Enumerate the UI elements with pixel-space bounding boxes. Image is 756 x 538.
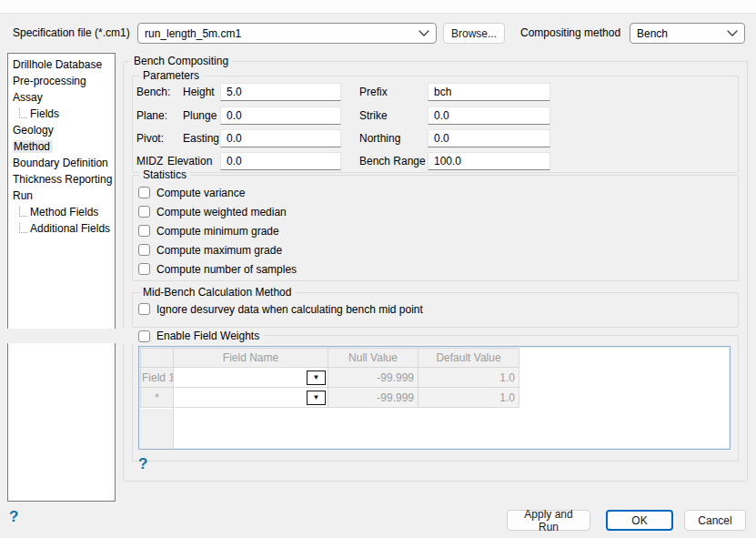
grid-col-field-name: Field Name — [174, 349, 328, 368]
compositing-method-label: Compositing method — [520, 26, 620, 40]
field-name-cell: ▼ — [174, 368, 328, 388]
grid-corner-cell — [141, 349, 174, 368]
checkbox-label[interactable]: Enable Field Weights — [156, 330, 259, 342]
midz-elevation-input[interactable] — [220, 152, 341, 170]
compute-number-of-samples-checkbox[interactable] — [138, 263, 150, 275]
sidebar-item-label: Additional Fields — [30, 222, 110, 235]
ignore-desurvey-checkbox[interactable] — [138, 303, 150, 315]
compositing-method-value: Bench — [637, 27, 668, 40]
grid-col-default-value: Default Value — [418, 349, 519, 368]
spec-file-combobox[interactable]: run_length_5m.cm1 — [137, 23, 437, 44]
grid-col-null-value: Null Value — [328, 349, 418, 368]
bench-range-input[interactable] — [428, 152, 550, 170]
field-name-dropdown-button[interactable]: ▼ — [307, 371, 326, 385]
compute-minimum-grade-checkbox[interactable] — [138, 225, 150, 237]
window-top-strip — [0, 0, 756, 14]
checkbox-label[interactable]: Compute maximum grade — [156, 243, 282, 258]
param-label-prefix: Prefix — [359, 82, 388, 102]
help-icon-footer[interactable]: ? — [9, 509, 18, 525]
bench-compositing-group-title: Bench Compositing — [130, 55, 232, 68]
sidebar-item-label: Run — [13, 189, 33, 202]
mid-bench-group-title: Mid-Bench Calculation Method — [139, 286, 295, 299]
field-weights-grid: Field Name Null Value Default Value Fiel… — [138, 346, 731, 450]
param-label-elevation: Elevation — [167, 151, 212, 171]
checkbox-label[interactable]: Compute minimum grade — [156, 224, 279, 239]
enable-field-weights-checkbox[interactable] — [138, 330, 150, 342]
tree-branch-line — [19, 207, 27, 217]
sidebar-item-thickness-reporting[interactable]: Thickness Reporting — [8, 171, 115, 188]
compute-maximum-grade-checkbox[interactable] — [138, 244, 150, 256]
checkbox-label[interactable]: Compute variance — [156, 186, 245, 200]
row-header-cell: Field 1 — [141, 368, 174, 388]
field-name-cell: ▼ — [174, 388, 328, 408]
param-label-strike: Strike — [359, 106, 388, 126]
checkbox-label[interactable]: Compute number of samples — [156, 262, 297, 277]
param-label-plane: Plane: — [136, 106, 167, 126]
sidebar-item-drillhole-database[interactable]: Drillhole Database — [8, 56, 115, 73]
grid-row-header-column — [140, 409, 174, 449]
default-value-cell: 1.0 — [418, 388, 519, 408]
param-label-bench-range: Bench Range — [359, 151, 426, 171]
param-label-pivot: Pivot: — [136, 128, 164, 148]
spec-file-label: Specification file (*.cm1) — [13, 26, 130, 40]
checkbox-label[interactable]: Ignore desurvey data when calculating be… — [156, 302, 423, 317]
ok-button[interactable]: OK — [606, 510, 673, 531]
param-label-easting: Easting — [183, 128, 219, 148]
sidebar-item-method-fields[interactable]: Method Fields — [8, 204, 115, 220]
sidebar-item-label: Thickness Reporting — [13, 173, 112, 186]
default-value-cell: 1.0 — [418, 368, 519, 388]
sidebar-item-run[interactable]: Run — [8, 188, 115, 204]
param-label-plunge: Plunge — [183, 106, 217, 126]
compute-variance-checkbox[interactable] — [138, 187, 150, 198]
param-label-height: Height — [183, 82, 215, 102]
field-name-dropdown-button[interactable]: ▼ — [307, 391, 326, 405]
dropdown-arrow-icon: ▼ — [313, 374, 320, 381]
tree-branch-line — [19, 223, 27, 233]
grid-header-row: Field Name Null Value Default Value — [141, 349, 519, 368]
plane-plunge-input[interactable] — [220, 107, 341, 125]
pivot-easting-input[interactable] — [220, 129, 341, 147]
null-value-cell: -99.999 — [328, 368, 418, 388]
browse-button[interactable]: Browse... — [443, 23, 505, 44]
param-row-pivot: Pivot: Easting Northing — [0, 128, 756, 148]
grid-row-new: * ▼ -99.999 1.0 — [141, 388, 519, 408]
sidebar-item-label: Drillhole Database — [13, 58, 102, 71]
parameters-group-title: Parameters — [139, 69, 203, 83]
grid-row-field-1: Field 1 ▼ -99.999 1.0 — [141, 368, 519, 388]
dropdown-arrow-icon: ▼ — [313, 394, 320, 401]
cancel-button[interactable]: Cancel — [684, 510, 746, 531]
sidebar-item-additional-fields[interactable]: Additional Fields — [8, 220, 115, 237]
spec-file-value: run_length_5m.cm1 — [145, 27, 241, 40]
chevron-down-icon — [727, 30, 738, 36]
sidebar-item-label: Method Fields — [30, 206, 98, 218]
param-label-bench: Bench: — [136, 82, 170, 102]
northing-input[interactable] — [428, 129, 550, 147]
compositing-dialog: Specification file (*.cm1) run_length_5m… — [0, 0, 756, 538]
row-header-cell: * — [141, 388, 174, 408]
param-label-midz: MIDZ — [136, 151, 163, 171]
bench-height-input[interactable] — [220, 83, 341, 101]
strike-input[interactable] — [428, 107, 550, 125]
null-value-cell: -99.999 — [328, 388, 418, 408]
param-label-northing: Northing — [359, 128, 400, 148]
enable-field-weights-option: Enable Field Weights — [0, 329, 264, 343]
chevron-down-icon — [418, 30, 429, 36]
help-icon[interactable]: ? — [138, 456, 147, 472]
param-row-midz: MIDZ Elevation Bench Range — [0, 151, 756, 171]
compute-weighted-median-checkbox[interactable] — [138, 206, 150, 218]
compositing-method-dropdown[interactable]: Bench — [630, 23, 745, 44]
param-row-plane: Plane: Plunge Strike — [0, 106, 756, 126]
apply-and-run-button[interactable]: Apply and Run — [507, 510, 590, 531]
checkbox-label[interactable]: Compute weighted median — [156, 205, 287, 219]
param-row-bench: Bench: Height Prefix — [0, 82, 756, 102]
field-weights-table: Field Name Null Value Default Value Fiel… — [140, 348, 519, 408]
prefix-input[interactable] — [428, 83, 550, 101]
